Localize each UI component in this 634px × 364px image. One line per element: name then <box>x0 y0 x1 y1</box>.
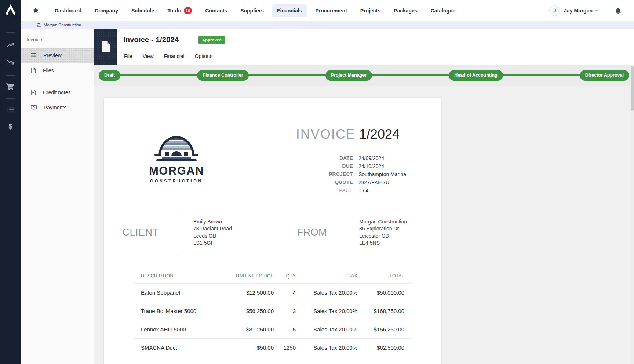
dollar-icon[interactable]: $ <box>6 122 15 131</box>
top-navigation-bar: Dashboard Company Schedule To-do 10 Cont… <box>21 0 634 21</box>
invoice-meta: DATE24/09/2024 DUE24/10/2024 PROJECTSout… <box>285 154 410 194</box>
meta-label: PROJECT <box>285 170 353 178</box>
left-icon-rail: $ <box>0 0 21 364</box>
table-row: Trane BoilMaster 5000$56,250.003Sales Ta… <box>134 302 412 320</box>
avatar[interactable]: J <box>549 5 560 16</box>
document-menubar: File View Financial Options <box>124 53 212 59</box>
workflow-step-finance-controller[interactable]: Finance Controller <box>197 70 248 81</box>
meta-label: DUE <box>285 162 353 170</box>
table-row: Lennox AHU-5000$31,250.005Sales Tax 20.0… <box>134 320 412 339</box>
nav-item-financials[interactable]: Financials <box>272 4 307 17</box>
invoice-document: MORGAN CONSTRUCTION INVOICE1/2024 DATE24… <box>104 98 441 364</box>
sidebar-item-files[interactable]: Files <box>21 63 94 78</box>
document-icon <box>31 90 36 95</box>
notifications-bell-icon[interactable] <box>615 7 622 14</box>
trending-up-icon[interactable] <box>6 40 15 50</box>
building-icon <box>36 23 41 28</box>
approval-workflow: Draft Finance Controller Project Manager… <box>94 65 634 86</box>
chevron-down-icon[interactable] <box>595 8 599 13</box>
favorites-star-icon[interactable] <box>32 7 40 14</box>
meta-value: 24/09/2024 <box>358 154 410 162</box>
table-row: Eaton Subpanel$12,500.004Sales Tax 20.00… <box>134 284 412 302</box>
sidebar-divider <box>21 81 94 81</box>
app-logo-icon[interactable] <box>0 0 21 21</box>
nav-item-packages[interactable]: Packages <box>388 4 423 17</box>
main-content: Invoice - 1/2024 Approved File View Fina… <box>94 29 634 364</box>
table-row: SMACNA Duct$50.001250Sales Tax 20.00%$62… <box>134 339 412 357</box>
lines-icon <box>31 53 36 58</box>
trending-down-icon[interactable] <box>6 57 15 67</box>
company-logo: MORGAN CONSTRUCTION <box>136 133 217 183</box>
line-items-table: DESCRIPTION UNIT NET PRICE QTY TAX TOTAL… <box>134 273 412 357</box>
from-address: Morgan Construction 85 Exploration Dr Le… <box>359 218 407 247</box>
menu-financial[interactable]: Financial <box>164 53 185 59</box>
file-icon <box>101 41 110 53</box>
workflow-step-director-approval[interactable]: Director Approval <box>580 70 629 81</box>
col-qty: QTY <box>274 273 296 284</box>
nav-item-contacts[interactable]: Contacts <box>200 4 233 17</box>
user-menu: J Jay Morgan <box>549 0 622 21</box>
banknote-icon <box>31 105 37 110</box>
cart-icon[interactable] <box>6 82 15 91</box>
meta-label: DATE <box>285 154 353 162</box>
logo-company-sub: CONSTRUCTION <box>136 179 217 183</box>
sidebar-item-payments[interactable]: Payments <box>21 100 94 115</box>
breadcrumb[interactable]: Morgan Construction <box>36 23 81 28</box>
meta-value: 2827/FKIE7U <box>358 178 410 186</box>
nav-item-catalogue[interactable]: Catalogue <box>425 4 461 17</box>
sidebar-item-preview[interactable]: Preview <box>21 48 94 63</box>
col-unit-net-price: UNIT NET PRICE <box>214 273 274 284</box>
sidebar-section-label: Invoice <box>26 37 94 42</box>
menu-view[interactable]: View <box>143 53 154 59</box>
dome-logo-icon <box>154 133 198 161</box>
logo-company-name: MORGAN <box>136 164 217 178</box>
invoice-header: Invoice - 1/2024 Approved File View Fina… <box>94 29 634 65</box>
meta-value: 24/10/2024 <box>358 162 410 170</box>
meta-label: PAGE <box>285 186 353 194</box>
nav-item-schedule[interactable]: Schedule <box>126 4 160 17</box>
client-address: Emily Brown 78 Radiant Road Leeds GB LS1… <box>193 218 232 247</box>
vertical-scrollbar[interactable] <box>630 65 634 364</box>
nav-item-projects[interactable]: Projects <box>355 4 386 17</box>
table-header-row: DESCRIPTION UNIT NET PRICE QTY TAX TOTAL <box>134 273 412 284</box>
meta-value: 1 / 4 <box>358 186 410 194</box>
menu-options[interactable]: Options <box>195 53 212 59</box>
primary-nav: Dashboard Company Schedule To-do 10 Cont… <box>49 4 463 18</box>
rail-divider <box>6 98 15 99</box>
preview-canvas: MORGAN CONSTRUCTION INVOICE1/2024 DATE24… <box>94 86 634 364</box>
nav-item-company[interactable]: Company <box>89 4 124 17</box>
user-name[interactable]: Jay Morgan <box>564 8 593 14</box>
menu-file[interactable]: File <box>124 53 132 59</box>
nav-item-todo[interactable]: To-do 10 <box>162 4 197 18</box>
status-badge: Approved <box>198 36 225 44</box>
workflow-step-head-of-accounting[interactable]: Head of Accounting <box>449 70 503 81</box>
page-title: Invoice - 1/2024 <box>123 36 179 44</box>
invoice-sidebar: Invoice Preview Files Credit notes Payme… <box>21 29 94 364</box>
todo-count-badge: 10 <box>184 7 192 14</box>
list-icon[interactable] <box>6 105 15 114</box>
from-heading: FROM <box>297 227 327 238</box>
file-icon <box>31 68 36 73</box>
rail-divider <box>6 32 15 33</box>
app-root: $ Dashboard Company Schedule To-do 10 Co… <box>0 0 634 364</box>
scrollbar-thumb[interactable] <box>631 66 634 111</box>
workflow-step-project-manager[interactable]: Project Manager <box>325 70 372 81</box>
client-from-section: CLIENT Emily Brown 78 Radiant Road Leeds… <box>104 209 441 256</box>
col-tax: TAX <box>296 273 357 284</box>
col-total: TOTAL <box>357 273 412 284</box>
rail-divider <box>6 75 15 76</box>
nav-item-dashboard[interactable]: Dashboard <box>49 4 87 17</box>
nav-item-procurement[interactable]: Procurement <box>310 4 352 17</box>
invoice-title: INVOICE1/2024 <box>285 127 410 142</box>
sidebar-item-credit-notes[interactable]: Credit notes <box>21 85 94 100</box>
document-thumbnail <box>94 29 117 65</box>
meta-value: Southampton Marina <box>358 170 410 178</box>
workflow-step-draft[interactable]: Draft <box>99 70 120 81</box>
workspace-breadcrumb-bar: Morgan Construction <box>21 21 634 29</box>
nav-item-suppliers[interactable]: Suppliers <box>235 4 269 17</box>
col-description: DESCRIPTION <box>134 273 214 284</box>
client-heading: CLIENT <box>122 227 158 238</box>
meta-label: QUOTE <box>285 178 353 186</box>
